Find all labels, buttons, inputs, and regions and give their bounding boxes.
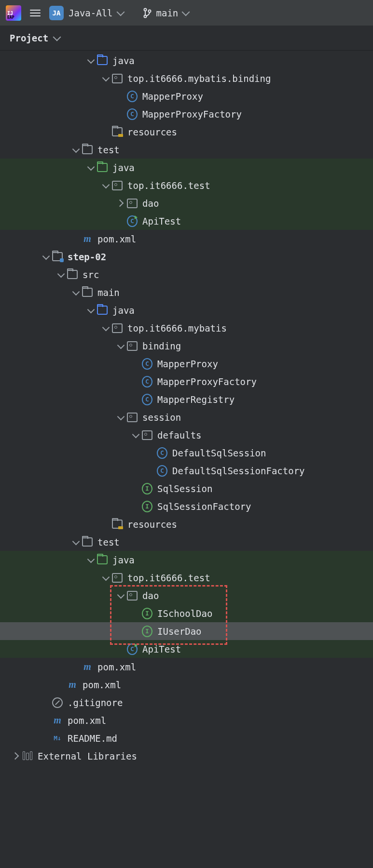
svg-point-1	[144, 15, 146, 17]
expand-open-icon[interactable]	[69, 291, 82, 294]
expand-open-icon[interactable]	[99, 77, 112, 80]
expand-closed-icon[interactable]	[114, 200, 127, 206]
tree-row[interactable]: IIUserDao	[0, 622, 373, 640]
class-icon: C	[127, 109, 138, 120]
expand-open-icon[interactable]	[114, 344, 127, 348]
tree-row[interactable]: ISqlSessionFactory	[0, 497, 373, 515]
project-tree[interactable]: javatop.it6666.mybatis.bindingCMapperPro…	[0, 51, 373, 765]
tree-node-label: External Libraries	[38, 751, 137, 761]
tree-row[interactable]: java	[0, 301, 373, 319]
tree-row[interactable]: top.it6666.test	[0, 176, 373, 194]
tree-node-label: top.it6666.mybatis	[127, 323, 227, 334]
expand-open-icon[interactable]	[114, 415, 127, 419]
expand-open-icon[interactable]	[99, 576, 112, 580]
tree-node-label: ISchoolDao	[157, 608, 212, 619]
tree-row[interactable]: .gitignore	[0, 694, 373, 711]
branch-name: main	[156, 8, 179, 18]
pkg-icon	[127, 590, 138, 601]
module-icon	[52, 252, 63, 262]
project-selector[interactable]: JA Java-All	[49, 6, 124, 20]
main-menu-button[interactable]	[30, 10, 41, 16]
tree-row[interactable]: binding	[0, 337, 373, 355]
tree-row[interactable]: resources	[0, 515, 373, 533]
tree-row[interactable]: java	[0, 551, 373, 569]
branch-icon	[143, 8, 152, 18]
tree-row[interactable]: session	[0, 408, 373, 426]
expand-open-icon[interactable]	[69, 540, 82, 544]
class-run-icon: C	[127, 644, 138, 654]
md-icon: M↓	[52, 733, 63, 744]
tree-row[interactable]: mpom.xml	[0, 711, 373, 729]
pkg-icon	[112, 323, 123, 334]
expand-open-icon[interactable]	[69, 148, 82, 152]
tree-row[interactable]: top.it6666.mybatis.binding	[0, 69, 373, 87]
tree-node-label: dao	[142, 590, 159, 601]
tree-row[interactable]: main	[0, 283, 373, 301]
tree-row[interactable]: CMapperProxyFactory	[0, 373, 373, 390]
expand-open-icon[interactable]	[129, 433, 142, 437]
folder-icon	[67, 269, 78, 280]
tree-row[interactable]: CApiTest	[0, 640, 373, 658]
tree-row[interactable]: M↓README.md	[0, 729, 373, 747]
tree-row[interactable]: CMapperProxy	[0, 355, 373, 373]
tree-node-label: pom.xml	[68, 715, 106, 726]
tree-row[interactable]: ISqlSession	[0, 480, 373, 497]
main-toolbar: IJEAP JA Java-All main	[0, 0, 373, 26]
expand-open-icon[interactable]	[84, 558, 97, 562]
class-icon: C	[157, 466, 167, 476]
expand-open-icon[interactable]	[114, 594, 127, 598]
tree-row[interactable]: defaults	[0, 426, 373, 444]
tree-row[interactable]: resources	[0, 123, 373, 141]
mvn-icon: m	[52, 715, 63, 726]
mvn-icon: m	[82, 662, 93, 672]
iface-icon: I	[142, 483, 152, 494]
tree-row[interactable]: CApiTest	[0, 212, 373, 230]
pkg-icon	[127, 198, 138, 209]
expand-open-icon[interactable]	[84, 59, 97, 63]
pkg-icon	[127, 412, 138, 423]
tree-node-label: src	[83, 269, 99, 280]
tree-row[interactable]: top.it6666.mybatis	[0, 319, 373, 337]
tree-row[interactable]: top.it6666.test	[0, 569, 373, 587]
pkg-icon	[112, 180, 123, 191]
class-icon: C	[142, 394, 152, 405]
tree-row[interactable]: CMapperProxyFactory	[0, 105, 373, 123]
tree-node-label: java	[112, 55, 135, 66]
class-icon: C	[157, 448, 167, 458]
tree-node-label: step-02	[68, 252, 106, 262]
expand-open-icon[interactable]	[84, 166, 97, 170]
tree-row[interactable]: CMapperRegistry	[0, 390, 373, 408]
tree-node-label: pom.xml	[97, 662, 136, 672]
mvn-icon: m	[82, 234, 93, 244]
tree-node-label: main	[97, 287, 120, 298]
tree-row[interactable]: CDefaultSqlSessionFactory	[0, 462, 373, 480]
tree-row[interactable]: test	[0, 141, 373, 159]
tree-row[interactable]: mpom.xml	[0, 230, 373, 248]
project-toolwindow-header[interactable]: Project	[0, 26, 373, 51]
chevron-down-icon	[116, 8, 124, 16]
expand-closed-icon[interactable]	[10, 753, 22, 759]
tree-node-label: dao	[142, 198, 159, 209]
tree-row[interactable]: CMapperProxy	[0, 87, 373, 105]
tree-row[interactable]: IISchoolDao	[0, 604, 373, 622]
expand-open-icon[interactable]	[40, 255, 52, 259]
expand-open-icon[interactable]	[55, 273, 67, 277]
tree-row[interactable]: CDefaultSqlSession	[0, 444, 373, 462]
tree-row[interactable]: mpom.xml	[0, 676, 373, 694]
tree-row[interactable]: External Libraries	[0, 747, 373, 765]
expand-open-icon[interactable]	[84, 308, 97, 312]
tree-row[interactable]: java	[0, 52, 373, 69]
expand-open-icon[interactable]	[99, 184, 112, 187]
tree-row[interactable]: dao	[0, 587, 373, 604]
folder-green-icon	[97, 555, 108, 565]
tree-row[interactable]: test	[0, 533, 373, 551]
vcs-branch-widget[interactable]: main	[143, 8, 189, 18]
tree-row[interactable]: dao	[0, 194, 373, 212]
tree-node-label: java	[112, 162, 135, 173]
expand-open-icon[interactable]	[99, 326, 112, 330]
tree-row[interactable]: src	[0, 266, 373, 283]
tree-row[interactable]: mpom.xml	[0, 658, 373, 676]
tree-node-label: ApiTest	[142, 644, 181, 654]
tree-row[interactable]: step-02	[0, 248, 373, 266]
tree-row[interactable]: java	[0, 159, 373, 176]
